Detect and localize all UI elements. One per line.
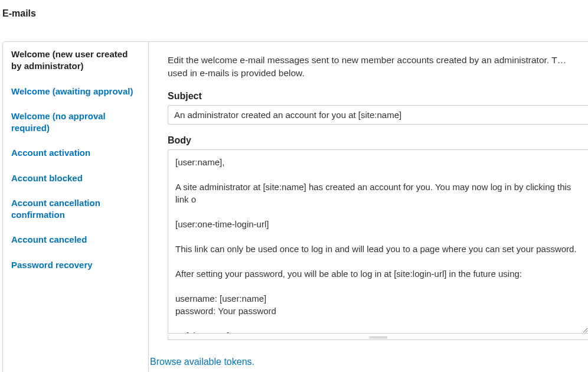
content-pane: Edit the welcome e-mail messages sent to…: [149, 41, 588, 372]
tabs-container: Welcome (new user created by administrat…: [2, 41, 588, 372]
tab-label: Welcome (new user created by administrat…: [11, 49, 128, 71]
tab-label: Password recovery: [11, 260, 93, 270]
tab-label: Account blocked: [11, 173, 83, 183]
tab-label: Welcome (no approval required): [11, 111, 106, 133]
tab-account-canceled[interactable]: Account canceled: [3, 227, 148, 252]
subject-label: Subject: [168, 91, 588, 102]
tab-account-cancellation-confirmation[interactable]: Account cancellation confirmation: [3, 191, 148, 228]
pane-description: Edit the welcome e-mail messages sent to…: [168, 54, 588, 80]
subject-input[interactable]: [168, 105, 588, 125]
tab-label: Welcome (awaiting approval): [11, 86, 133, 96]
tab-account-activation[interactable]: Account activation: [3, 141, 148, 165]
section-heading: E-mails: [0, 0, 588, 19]
tab-password-recovery[interactable]: Password recovery: [3, 253, 148, 278]
body-label: Body: [168, 135, 588, 146]
tab-welcome-no-approval[interactable]: Welcome (no approval required): [3, 104, 148, 141]
tab-label: Account activation: [11, 148, 90, 158]
tab-welcome-admin-created[interactable]: Welcome (new user created by administrat…: [3, 42, 148, 79]
browse-tokens-link[interactable]: Browse available tokens.: [150, 357, 254, 367]
subject-field-block: Subject: [168, 91, 588, 125]
resize-handle[interactable]: [168, 335, 588, 340]
vertical-tabs: Welcome (new user created by administrat…: [2, 41, 149, 372]
tab-account-blocked[interactable]: Account blocked: [3, 166, 148, 191]
body-textarea[interactable]: [168, 149, 588, 334]
tab-label: Account canceled: [11, 234, 87, 244]
tab-label: Account cancellation confirmation: [11, 198, 100, 220]
body-field-block: Body: [168, 135, 588, 340]
tab-welcome-awaiting-approval[interactable]: Welcome (awaiting approval): [3, 79, 148, 104]
